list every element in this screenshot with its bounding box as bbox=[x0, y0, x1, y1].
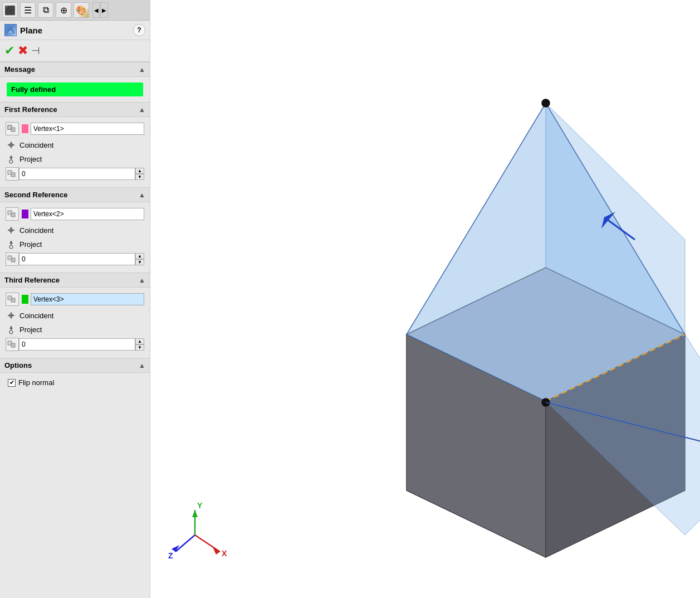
third-reference-chevron-icon: ▲ bbox=[139, 276, 145, 284]
third-ref-vertex-input[interactable] bbox=[31, 293, 144, 305]
toolbar-btn-copy[interactable]: ⧉ bbox=[38, 2, 53, 18]
second-ref-value-box bbox=[22, 208, 144, 220]
first-ref-coincident-label: Coincident bbox=[19, 141, 53, 149]
first-ref-num-up[interactable]: ▲ bbox=[135, 168, 144, 174]
first-reference-label: First Reference bbox=[4, 105, 57, 114]
toolbar-btn-color[interactable]: 🎨 bbox=[74, 2, 89, 18]
second-ref-num-down[interactable]: ▼ bbox=[135, 259, 144, 265]
coincident-icon bbox=[6, 139, 17, 150]
second-ref-project-row: Project bbox=[3, 237, 146, 251]
svg-rect-24 bbox=[11, 298, 15, 302]
svg-line-55 bbox=[195, 535, 220, 552]
plane-title: Plane bbox=[4, 24, 42, 36]
toolbar-btn-list[interactable]: ☰ bbox=[20, 2, 36, 18]
second-ref-vertex-row bbox=[3, 206, 146, 222]
toolbar-btn-solid[interactable]: ⬛ bbox=[2, 2, 18, 18]
svg-marker-20 bbox=[9, 241, 13, 244]
third-ref-num-arrows: ▲ ▼ bbox=[135, 338, 144, 351]
first-ref-num-icon bbox=[6, 167, 19, 181]
third-ref-vertex-row bbox=[3, 291, 146, 308]
first-ref-project-label: Project bbox=[19, 155, 42, 163]
third-reference-label: Third Reference bbox=[4, 276, 60, 284]
svg-rect-32 bbox=[11, 343, 15, 347]
third-ref-num-down[interactable]: ▼ bbox=[135, 344, 144, 351]
second-coincident-icon bbox=[6, 225, 17, 236]
svg-point-18 bbox=[9, 245, 13, 249]
left-panel: ⬛ ☰ ⧉ ⊕ 🎨 ◀ ▶ Plane ? ✔ ✖ ⊣ Message ▲ bbox=[0, 0, 150, 598]
second-ref-num-row: ▲ ▼ bbox=[3, 251, 146, 267]
third-ref-project-row: Project bbox=[3, 323, 146, 336]
confirm-button[interactable]: ✔ bbox=[4, 43, 14, 58]
pin-button[interactable]: ⊣ bbox=[31, 45, 40, 57]
cancel-button[interactable]: ✖ bbox=[18, 43, 28, 58]
flip-normal-label[interactable]: ✔ Flip normal bbox=[8, 378, 54, 387]
third-ref-coincident-row: Coincident bbox=[3, 309, 146, 322]
third-ref-num-icon bbox=[6, 338, 19, 351]
first-reference-content: Coincident Project ▲ ▼ bbox=[0, 117, 150, 187]
second-ref-icon bbox=[6, 207, 19, 221]
flip-normal-text: Flip normal bbox=[18, 378, 54, 387]
second-project-icon bbox=[6, 239, 17, 250]
flip-normal-checkbox[interactable]: ✔ bbox=[8, 379, 16, 387]
second-ref-num-up[interactable]: ▲ bbox=[135, 253, 144, 259]
options-section-header[interactable]: Options ▲ bbox=[0, 358, 150, 373]
second-reference-section-header[interactable]: Second Reference ▲ bbox=[0, 187, 150, 202]
third-ref-project-label: Project bbox=[19, 325, 42, 334]
project-icon bbox=[6, 153, 17, 164]
first-ref-num-input[interactable] bbox=[19, 168, 135, 180]
second-reference-content: Coincident Project ▲ ▼ bbox=[0, 202, 150, 273]
3d-viewport[interactable]: Z Y X bbox=[150, 0, 700, 598]
third-ref-color-dot bbox=[22, 295, 28, 304]
toolbar-btn-target[interactable]: ⊕ bbox=[56, 2, 71, 18]
options-row: ✔ Flip normal bbox=[3, 376, 146, 389]
message-box: Fully defined bbox=[7, 82, 143, 96]
arrow-right-btn[interactable]: ▶ bbox=[100, 2, 108, 18]
options-section-label: Options bbox=[4, 361, 32, 370]
help-button[interactable]: ? bbox=[133, 24, 145, 36]
toolbar: ⬛ ☰ ⧉ ⊕ 🎨 ◀ ▶ bbox=[0, 0, 150, 21]
message-chevron-icon: ▲ bbox=[139, 66, 145, 74]
first-ref-value-box bbox=[22, 123, 144, 135]
svg-marker-53 bbox=[192, 510, 198, 517]
message-section-content: Fully defined bbox=[0, 77, 150, 102]
second-ref-vertex-input[interactable] bbox=[31, 208, 144, 220]
svg-rect-14 bbox=[11, 213, 15, 217]
first-ref-num-row: ▲ ▼ bbox=[3, 166, 146, 182]
second-ref-project-label: Project bbox=[19, 240, 42, 249]
first-ref-vertex-input[interactable] bbox=[31, 123, 144, 135]
arrow-left-btn[interactable]: ◀ bbox=[92, 2, 100, 18]
third-project-icon bbox=[6, 324, 17, 335]
first-reference-section-header[interactable]: First Reference ▲ bbox=[0, 102, 150, 117]
second-ref-coincident-row: Coincident bbox=[3, 223, 146, 237]
options-chevron-icon: ▲ bbox=[139, 362, 145, 370]
3d-scene-svg: Z Y X bbox=[150, 0, 700, 598]
second-ref-num-arrows: ▲ ▼ bbox=[135, 253, 144, 265]
second-ref-num-icon bbox=[6, 252, 19, 266]
third-reference-section-header[interactable]: Third Reference ▲ bbox=[0, 273, 150, 288]
svg-line-49 bbox=[175, 535, 195, 552]
second-ref-num-input[interactable] bbox=[19, 253, 135, 265]
first-ref-num-arrows: ▲ ▼ bbox=[135, 168, 144, 180]
plane-header: Plane ? bbox=[0, 21, 150, 40]
third-ref-num-up[interactable]: ▲ bbox=[135, 338, 144, 344]
svg-marker-30 bbox=[9, 326, 13, 329]
first-reference-chevron-icon: ▲ bbox=[139, 106, 145, 114]
plane-label: Plane bbox=[20, 26, 42, 35]
first-ref-vertex-row bbox=[3, 120, 146, 137]
options-section-content: ✔ Flip normal bbox=[0, 373, 150, 392]
third-coincident-icon bbox=[6, 310, 17, 321]
third-ref-coincident-label: Coincident bbox=[19, 312, 53, 320]
message-section-header[interactable]: Message ▲ bbox=[0, 62, 150, 77]
toolbar-arrows: ◀ ▶ bbox=[92, 2, 108, 18]
third-ref-icon bbox=[6, 293, 19, 306]
first-ref-icon bbox=[6, 122, 19, 135]
second-ref-coincident-label: Coincident bbox=[19, 226, 53, 235]
message-section-label: Message bbox=[4, 65, 35, 74]
svg-rect-22 bbox=[11, 258, 15, 262]
svg-marker-10 bbox=[9, 155, 13, 158]
first-ref-num-down[interactable]: ▼ bbox=[135, 174, 144, 180]
second-reference-label: Second Reference bbox=[4, 191, 67, 199]
svg-text:Z: Z bbox=[168, 551, 173, 560]
third-ref-value-box bbox=[22, 293, 144, 305]
third-ref-num-input[interactable] bbox=[19, 338, 135, 351]
